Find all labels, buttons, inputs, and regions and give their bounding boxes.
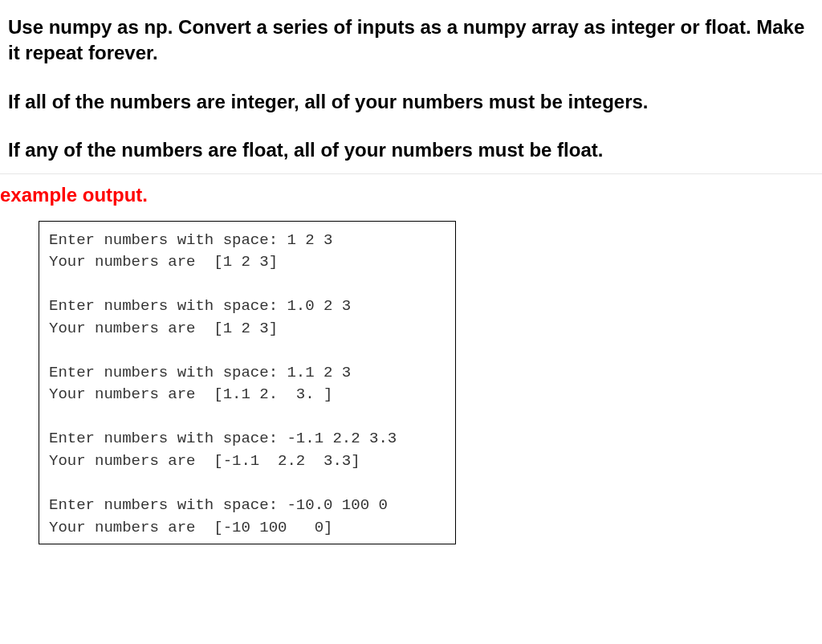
instruction-paragraph-2: If all of the numbers are integer, all o… [8,89,814,115]
example-output-code: Enter numbers with space: 1 2 3 Your num… [39,221,456,545]
instructions-section: Use numpy as np. Convert a series of inp… [0,0,822,164]
instruction-paragraph-3: If any of the numbers are float, all of … [8,137,814,163]
instruction-paragraph-1: Use numpy as np. Convert a series of inp… [8,14,814,67]
example-output-header: example output. [0,174,822,221]
